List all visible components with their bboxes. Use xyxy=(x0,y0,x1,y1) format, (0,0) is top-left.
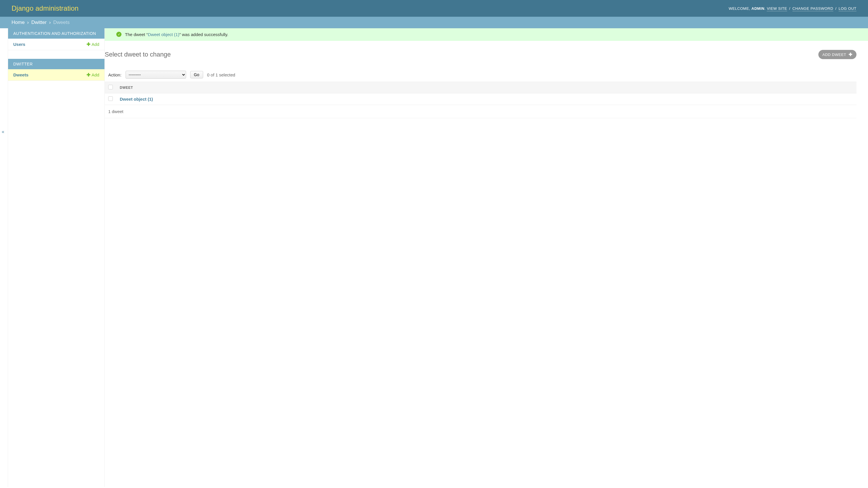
results-table: DWEET Dweet object (1) xyxy=(105,82,857,105)
sidebar-module-caption-link[interactable]: AUTHENTICATION AND AUTHORIZATION xyxy=(13,31,96,36)
nav-sidebar: AUTHENTICATION AND AUTHORIZATION Users ✚… xyxy=(8,28,105,487)
breadcrumb-app[interactable]: Dwitter xyxy=(31,20,47,25)
select-all-checkbox[interactable] xyxy=(108,85,113,89)
breadcrumb-sep: › xyxy=(27,20,29,25)
add-dweets-link[interactable]: ✚ Add xyxy=(87,72,99,77)
main: « AUTHENTICATION AND AUTHORIZATION Users… xyxy=(0,28,868,487)
breadcrumb-home[interactable]: Home xyxy=(11,20,25,25)
content-header: Select dweet to change ADD DWEET ✚ xyxy=(105,50,857,59)
separator: / xyxy=(789,6,790,11)
content-inner: Select dweet to change ADD DWEET ✚ Actio… xyxy=(105,41,868,124)
sidebar-module-caption-link[interactable]: DWITTER xyxy=(13,62,33,66)
sidebar-item-dweets: Dweets ✚ Add xyxy=(8,69,104,81)
action-select[interactable]: --------- xyxy=(126,71,186,79)
sidebar-module-caption[interactable]: AUTHENTICATION AND AUTHORIZATION xyxy=(8,28,104,39)
branding[interactable]: Django administration xyxy=(11,4,79,12)
paginator: 1 dweet xyxy=(105,105,857,118)
separator: / xyxy=(835,6,837,11)
welcome-label: WELCOME, xyxy=(728,6,750,11)
sidebar-item-link[interactable]: Users xyxy=(13,42,25,47)
sidebar-item-link[interactable]: Dweets xyxy=(13,72,29,77)
column-header-dweet[interactable]: DWEET xyxy=(116,82,857,93)
view-site-link[interactable]: VIEW SITE xyxy=(767,6,787,11)
row-checkbox-cell xyxy=(105,93,116,105)
object-tools: ADD DWEET ✚ xyxy=(818,50,857,59)
success-message: ✓ The dweet “Dweet object (1)” was added… xyxy=(105,28,868,40)
message-object-link[interactable]: Dweet object (1) xyxy=(148,32,179,37)
action-label: Action: xyxy=(108,72,122,77)
add-dweet-label: ADD DWEET xyxy=(823,53,846,57)
plus-icon: ✚ xyxy=(849,52,853,57)
go-button[interactable]: Go xyxy=(190,71,203,78)
row-checkbox[interactable] xyxy=(108,96,113,101)
sidebar-toggle-rail: « xyxy=(0,28,8,487)
add-label: Add xyxy=(91,42,99,47)
sidebar-module-caption[interactable]: DWITTER xyxy=(8,59,104,69)
action-counter: 0 of 1 selected xyxy=(207,72,236,77)
add-users-link[interactable]: ✚ Add xyxy=(87,41,99,47)
user-tools: WELCOME, ADMIN. VIEW SITE / CHANGE PASSW… xyxy=(728,6,857,11)
sidebar-module-auth: AUTHENTICATION AND AUTHORIZATION Users ✚… xyxy=(8,28,104,50)
success-icon: ✓ xyxy=(116,32,122,37)
plus-icon: ✚ xyxy=(87,72,90,77)
breadcrumb-sep: › xyxy=(49,20,51,25)
logout-link[interactable]: LOG OUT xyxy=(839,6,857,11)
message-list: ✓ The dweet “Dweet object (1)” was added… xyxy=(105,28,868,41)
toggle-sidebar-icon[interactable]: « xyxy=(2,129,4,134)
username: ADMIN xyxy=(751,6,765,11)
message-pre: The dweet “ xyxy=(125,32,148,37)
change-password-link[interactable]: CHANGE PASSWORD xyxy=(793,6,833,11)
row-object-link[interactable]: Dweet object (1) xyxy=(120,97,153,101)
add-label: Add xyxy=(91,72,99,77)
sidebar-module-dwitter: DWITTER Dweets ✚ Add xyxy=(8,59,104,81)
page-title: Select dweet to change xyxy=(105,51,171,58)
breadcrumb-current: Dweets xyxy=(53,20,70,25)
breadcrumb: Home › Dwitter › Dweets xyxy=(0,17,868,28)
select-all-header xyxy=(105,82,116,93)
header: Django administration WELCOME, ADMIN. VI… xyxy=(0,0,868,17)
message-post: ” was added successfully. xyxy=(179,32,228,37)
plus-icon: ✚ xyxy=(87,41,90,47)
sidebar-item-users: Users ✚ Add xyxy=(8,39,104,50)
add-dweet-button[interactable]: ADD DWEET ✚ xyxy=(818,50,857,59)
actions-bar: Action: --------- Go 0 of 1 selected xyxy=(105,68,857,82)
row-label-cell: Dweet object (1) xyxy=(116,93,857,105)
table-row: Dweet object (1) xyxy=(105,93,857,105)
content: ✓ The dweet “Dweet object (1)” was added… xyxy=(105,28,868,487)
